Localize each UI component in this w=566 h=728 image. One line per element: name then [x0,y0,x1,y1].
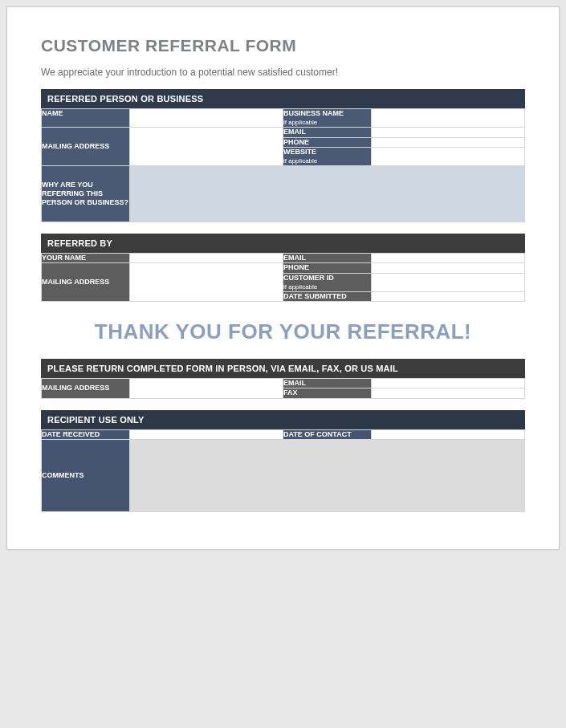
label-business-name: BUSINESS NAME if applicable [283,109,372,128]
label-comments: COMMENTS [42,439,130,511]
label-email-referred: EMAIL [283,128,372,137]
field-date-submitted[interactable] [372,291,525,301]
label-date-contact: DATE OF CONTACT [283,429,372,439]
section-header-referred-by: REFERRED BY [41,234,525,253]
form-title: CUSTOMER REFERRAL FORM [41,36,525,55]
field-why-referring[interactable] [130,166,525,222]
field-customer-id[interactable] [372,273,525,291]
field-email-by[interactable] [372,254,525,263]
intro-text: We appreciate your introduction to a pot… [41,67,525,78]
field-comments[interactable] [130,439,525,511]
field-phone-by[interactable] [372,263,525,273]
referred-by-table: YOUR NAME EMAIL MAILING ADDRESS PHONE CU… [41,253,525,302]
field-mailing-return[interactable] [130,379,283,399]
field-email-referred[interactable] [372,128,525,137]
label-mailing-address-referred: MAILING ADDRESS [42,128,130,166]
label-customer-id: CUSTOMER ID if applicable [283,273,372,291]
label-mailing-return: MAILING ADDRESS [42,379,130,399]
label-phone-referred: PHONE [283,137,372,147]
field-date-received[interactable] [130,429,283,439]
page: CUSTOMER REFERRAL FORM We appreciate you… [6,6,560,550]
label-date-received: DATE RECEIVED [42,429,130,439]
field-date-contact[interactable] [372,429,525,439]
return-table: MAILING ADDRESS EMAIL FAX [41,378,525,399]
label-why-referring: WHY ARE YOU REFERRING THIS PERSON OR BUS… [42,166,130,222]
section-header-recipient: RECIPIENT USE ONLY [41,410,525,429]
section-header-return: PLEASE RETURN COMPLETED FORM IN PERSON, … [41,359,525,378]
referred-table: NAME BUSINESS NAME if applicable MAILING… [41,108,525,222]
label-email-return: EMAIL [283,379,372,388]
field-email-return[interactable] [372,379,525,388]
label-your-name: YOUR NAME [42,254,130,263]
label-date-submitted: DATE SUBMITTED [283,291,372,301]
field-business-name[interactable] [372,109,525,128]
label-email-by: EMAIL [283,254,372,263]
label-phone-by: PHONE [283,263,372,273]
field-mailing-address-by[interactable] [130,263,283,302]
label-name: NAME [42,109,130,128]
label-website: WEBSITE if applicable [283,147,372,165]
field-website[interactable] [372,147,525,165]
label-mailing-address-by: MAILING ADDRESS [42,263,130,302]
section-header-referred: REFERRED PERSON OR BUSINESS [41,89,525,108]
label-fax-return: FAX [283,388,372,398]
thank-you-heading: THANK YOU FOR YOUR REFERRAL! [41,319,525,344]
field-mailing-address-referred[interactable] [130,128,283,166]
recipient-table: DATE RECEIVED DATE OF CONTACT COMMENTS [41,429,525,512]
field-your-name[interactable] [130,254,283,263]
field-fax-return[interactable] [372,388,525,398]
field-phone-referred[interactable] [372,137,525,147]
field-name[interactable] [130,109,283,128]
